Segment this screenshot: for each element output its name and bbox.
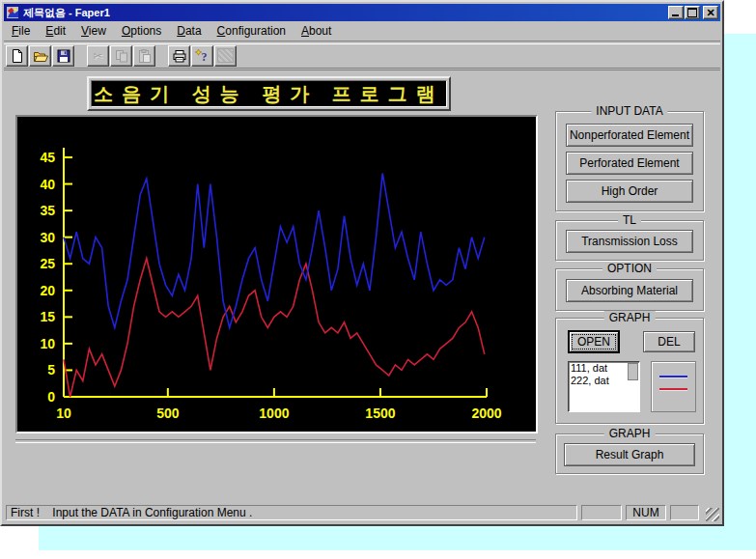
legend-box <box>651 361 696 412</box>
open-graph-button[interactable]: OPEN <box>568 330 620 353</box>
banner-text: 소음기 성능 평가 프로그램 <box>94 81 444 107</box>
svg-text:1000: 1000 <box>259 405 289 421</box>
minimize-button[interactable] <box>668 6 684 19</box>
result-graph-group-title: GRAPH <box>604 427 656 440</box>
svg-text:45: 45 <box>40 150 55 165</box>
status-pane-num: NUM <box>626 505 666 520</box>
menu-item-options[interactable]: Options <box>114 23 169 40</box>
svg-text:500: 500 <box>156 405 180 421</box>
menubar: File Edit View Options Data Configuratio… <box>4 22 720 41</box>
svg-text:30: 30 <box>40 230 55 245</box>
menu-item-about[interactable]: About <box>294 23 339 40</box>
minimize-icon <box>672 14 679 16</box>
result-graph-button[interactable]: Result Graph <box>564 443 695 466</box>
perforated-element-button[interactable]: Perforated Element <box>566 152 693 175</box>
print-button[interactable] <box>168 45 190 67</box>
option-group-title: OPTION <box>602 262 657 275</box>
maximize-button[interactable] <box>685 6 700 19</box>
copy-icon <box>114 48 129 64</box>
cut-button: ✂ <box>87 45 109 67</box>
tl-group: TL Transmission Loss <box>555 220 704 261</box>
new-document-icon <box>10 48 25 64</box>
svg-text:?: ? <box>201 50 207 64</box>
legend-line-blue <box>659 376 687 377</box>
help-button[interactable]: ? <box>191 45 213 67</box>
app-window: 제목없음 - Faper1 ✕ File Edit View Options D… <box>0 0 724 526</box>
input-data-group: INPUT DATA Nonperforated Element Perfora… <box>555 111 704 211</box>
menu-item-configuration[interactable]: Configuration <box>210 23 294 40</box>
svg-text:2000: 2000 <box>471 405 501 421</box>
client-area: 소음기 성능 평가 프로그램 0510152025303540451050010… <box>4 70 720 501</box>
copy-button <box>110 45 132 67</box>
menu-item-file[interactable]: File <box>4 23 38 40</box>
title-banner: 소음기 성능 평가 프로그램 <box>87 76 451 111</box>
menu-item-view[interactable]: View <box>73 23 114 40</box>
graph-file-listbox[interactable]: 111, dat 222, dat <box>568 361 640 412</box>
chart-bottom-divider <box>15 439 536 443</box>
high-order-button[interactable]: High Order <box>566 180 693 203</box>
close-button[interactable]: ✕ <box>703 6 718 19</box>
chart-panel: 05101520253035404510500100015002000 <box>15 115 538 433</box>
graph-group: GRAPH OPEN DEL 111, dat 222, dat <box>555 318 704 424</box>
nonperforated-element-button[interactable]: Nonperforated Element <box>566 124 693 147</box>
svg-text:0: 0 <box>47 389 55 405</box>
statusbar: First ! Input the DATA in Configuration … <box>4 503 720 522</box>
listbox-scrollbar[interactable] <box>628 363 638 380</box>
app-icon <box>6 6 19 19</box>
menu-item-data[interactable]: Data <box>169 23 209 40</box>
legend-line-red <box>659 388 687 390</box>
paste-button <box>133 45 155 67</box>
del-graph-button[interactable]: DEL <box>643 331 695 352</box>
status-pane-scrl <box>670 505 699 520</box>
transmission-loss-button[interactable]: Transmission Loss <box>566 230 693 253</box>
input-data-group-title: INPUT DATA <box>591 104 667 118</box>
printer-icon <box>172 48 187 64</box>
open-button[interactable] <box>29 45 51 67</box>
svg-text:1500: 1500 <box>365 405 395 421</box>
tl-group-title: TL <box>618 213 641 227</box>
maximize-icon <box>687 8 697 17</box>
svg-text:20: 20 <box>40 283 55 298</box>
status-pane-cap <box>581 505 622 520</box>
option-group: OPTION Absorbing Material <box>555 268 704 311</box>
svg-text:35: 35 <box>40 203 55 218</box>
title-banner-inner: 소음기 성능 평가 프로그램 <box>91 80 447 107</box>
svg-text:5: 5 <box>47 362 55 377</box>
menu-item-edit[interactable]: Edit <box>38 23 73 40</box>
result-graph-group: GRAPH Result Graph <box>555 433 704 474</box>
open-folder-icon <box>33 48 48 64</box>
cut-scissors-icon: ✂ <box>93 49 102 63</box>
save-button[interactable] <box>52 45 74 67</box>
tl-frequency-chart: 05101520253035404510500100015002000 <box>17 117 536 432</box>
new-button[interactable] <box>6 45 28 67</box>
svg-text:40: 40 <box>40 177 55 192</box>
toolbar: ✂ ? <box>6 43 720 68</box>
status-message: First ! Input the DATA in Configuration … <box>6 505 577 520</box>
resize-grip[interactable] <box>706 508 719 521</box>
app-button <box>214 45 237 67</box>
absorbing-material-button[interactable]: Absorbing Material <box>566 279 693 302</box>
svg-text:15: 15 <box>40 309 55 324</box>
graph-group-title: GRAPH <box>604 311 656 324</box>
svg-text:10: 10 <box>40 336 55 351</box>
titlebar[interactable]: 제목없음 - Faper1 ✕ <box>4 4 720 21</box>
svg-text:10: 10 <box>56 405 71 421</box>
svg-text:25: 25 <box>40 256 55 271</box>
help-question-icon: ? <box>195 48 210 64</box>
close-icon: ✕ <box>706 8 714 17</box>
window-title: 제목없음 - Faper1 <box>23 6 667 20</box>
save-floppy-icon <box>56 48 71 64</box>
paste-clipboard-icon <box>137 48 153 64</box>
disabled-app-icon <box>217 48 234 63</box>
